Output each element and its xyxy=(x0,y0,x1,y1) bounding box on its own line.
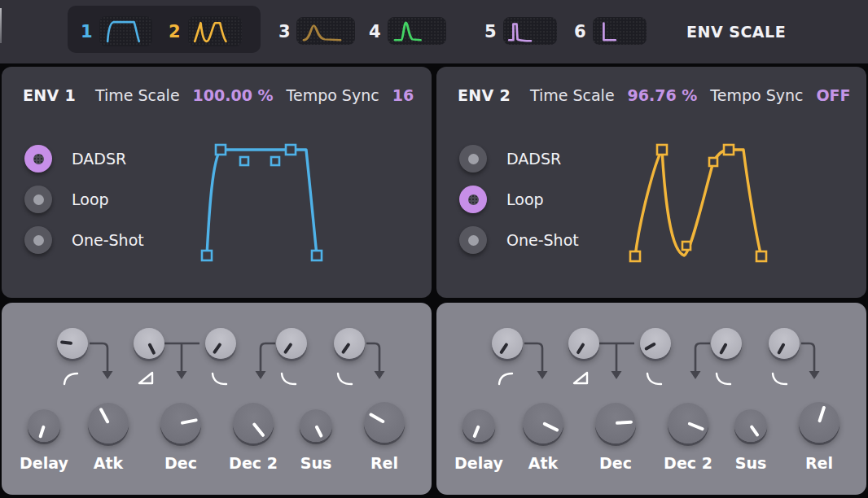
knob-pointer xyxy=(213,343,222,355)
flow-arrow-icon xyxy=(690,371,701,379)
stage-knob-label: Dec 2 xyxy=(664,454,712,472)
flow-connector-line xyxy=(90,343,107,374)
tab-env6-number[interactable]: 6 xyxy=(574,0,586,63)
knob-pointer xyxy=(369,413,385,424)
mode-label: DADSR xyxy=(72,150,126,168)
power-knob-5[interactable] xyxy=(769,328,800,359)
envelope-point-handle[interactable] xyxy=(202,251,212,260)
envelope-point-handle[interactable] xyxy=(630,251,640,261)
knob-pointer xyxy=(181,418,198,425)
envelope-power-handle[interactable] xyxy=(271,157,279,165)
stage-knob-sus[interactable] xyxy=(734,409,767,442)
power-knob-2[interactable] xyxy=(134,328,164,359)
envelope-tab-bar: 1 2 3 4 5 6 ENV SCALE xyxy=(0,0,868,63)
tab-env4-thumbnail[interactable] xyxy=(388,17,446,45)
radio-icon xyxy=(459,226,487,254)
ramp-icon xyxy=(139,373,152,383)
mode-one-shot[interactable]: One-Shot xyxy=(24,226,144,254)
stage-knob-rel[interactable] xyxy=(799,402,840,443)
envelope-point-handle[interactable] xyxy=(312,251,322,260)
power-knob-1[interactable] xyxy=(492,328,523,359)
stage-knob-dec-2[interactable] xyxy=(668,403,708,443)
time-scale-value[interactable]: 100.00 % xyxy=(193,86,274,104)
mode-loop[interactable]: Loop xyxy=(24,186,144,213)
power-knob-5[interactable] xyxy=(334,328,365,359)
stage-knob-dec-2[interactable] xyxy=(233,403,274,443)
env1-header: ENV 1 Time Scale 100.00 % Tempo Sync 16 xyxy=(2,67,432,124)
power-knob-1[interactable] xyxy=(57,328,88,359)
env-scale-label: ENV SCALE xyxy=(686,0,786,63)
env5-curve-icon xyxy=(503,17,557,45)
tab-env1-thumbnail[interactable] xyxy=(99,16,152,46)
mode-loop[interactable]: Loop xyxy=(459,186,579,213)
stage-knob-label: Dec 2 xyxy=(229,454,278,472)
stage-knob-rel[interactable] xyxy=(364,402,405,443)
env1-panel: ENV 1 Time Scale 100.00 % Tempo Sync 16 … xyxy=(2,67,432,298)
stage-knob-atk[interactable] xyxy=(88,403,129,443)
envelope-point-handle[interactable] xyxy=(657,145,667,155)
tab-env1-number[interactable]: 1 xyxy=(81,0,93,63)
stage-knob-label: Dec xyxy=(164,454,197,472)
stage-knob-label: Atk xyxy=(94,454,123,472)
power-knob-3[interactable] xyxy=(205,328,236,359)
tab-env4-number[interactable]: 4 xyxy=(369,0,381,63)
envelope-point-handle[interactable] xyxy=(216,145,226,155)
flow-connector-line xyxy=(366,343,379,374)
tempo-sync-value[interactable]: 16 xyxy=(392,86,414,104)
flow-connector-line xyxy=(524,343,542,374)
power-knob-4[interactable] xyxy=(276,328,307,359)
knob-pointer xyxy=(314,425,323,438)
stage-knob-dec[interactable] xyxy=(595,403,636,443)
stage-knob-label: Dec xyxy=(599,454,632,472)
env1-mode-group: DADSR Loop One-Shot xyxy=(24,145,144,267)
env4-curve-icon xyxy=(388,17,446,45)
env1-knob-panel: DelayAtkDecDec 2SusRel xyxy=(2,303,432,495)
time-scale-value[interactable]: 96.76 % xyxy=(628,86,698,104)
flow-connector-line xyxy=(695,343,710,374)
stage-knob-dec[interactable] xyxy=(160,403,201,443)
ramp-icon xyxy=(574,373,587,383)
stage-knob-sus[interactable] xyxy=(300,409,332,442)
envelope-point-handle[interactable] xyxy=(286,145,296,155)
power-knob-3[interactable] xyxy=(640,328,671,359)
flow-connector-line xyxy=(801,343,814,374)
knob-pointer xyxy=(147,343,156,355)
stage-knob-label: Atk xyxy=(528,454,558,472)
tab-env3-thumbnail[interactable] xyxy=(296,17,355,45)
tab-env2-number[interactable]: 2 xyxy=(169,0,181,63)
envelope-power-handle[interactable] xyxy=(709,158,717,166)
tempo-sync-value[interactable]: OFF xyxy=(816,86,850,104)
tab-env6-thumbnail[interactable] xyxy=(593,17,647,45)
envelope-point-handle[interactable] xyxy=(724,145,734,155)
envelope-point-handle[interactable] xyxy=(756,251,766,261)
power-knob-2[interactable] xyxy=(568,328,599,359)
mode-label: One-Shot xyxy=(506,231,579,249)
env6-curve-icon xyxy=(593,17,647,45)
mode-one-shot[interactable]: One-Shot xyxy=(459,226,579,254)
tempo-sync-label: Tempo Sync xyxy=(710,86,803,104)
env1-curve-icon xyxy=(99,16,152,46)
decay-curve-icon xyxy=(282,374,296,384)
mode-label: DADSR xyxy=(506,150,561,168)
flow-connector-line xyxy=(164,343,199,374)
knob-pointer xyxy=(719,343,728,355)
stage-knob-delay[interactable] xyxy=(28,409,60,442)
flow-connector-line xyxy=(261,343,275,374)
mode-dadsr[interactable]: DADSR xyxy=(459,145,579,173)
mode-dadsr[interactable]: DADSR xyxy=(24,145,144,173)
power-knob-4[interactable] xyxy=(711,328,742,359)
tab-env2-thumbnail[interactable] xyxy=(188,16,242,46)
flow-arrow-icon xyxy=(375,371,385,379)
env2-curve-icon xyxy=(188,16,242,46)
tab-env3-number[interactable]: 3 xyxy=(278,0,291,63)
stage-knob-label: Delay xyxy=(20,454,68,472)
stage-knob-delay[interactable] xyxy=(462,409,495,442)
envelope-curve[interactable] xyxy=(207,150,317,256)
stage-knob-atk[interactable] xyxy=(523,403,563,443)
tab-env5-thumbnail[interactable] xyxy=(503,17,557,45)
envelope-power-handle[interactable] xyxy=(682,242,690,250)
envelope-power-handle[interactable] xyxy=(240,157,248,165)
stage-knob-label: Rel xyxy=(370,454,398,472)
tab-env5-number[interactable]: 5 xyxy=(484,0,497,63)
envelope-curve[interactable] xyxy=(635,150,761,256)
